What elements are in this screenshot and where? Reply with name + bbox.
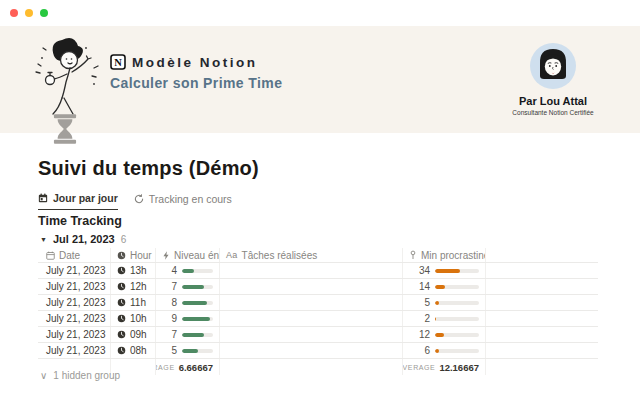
- text-property-icon: Aa: [226, 250, 238, 260]
- cell-procrastinated[interactable]: 34: [403, 263, 486, 278]
- cell-energy[interactable]: 7: [156, 279, 220, 294]
- cell-energy[interactable]: 8: [156, 295, 220, 310]
- triangle-toggle-icon[interactable]: ▼: [40, 236, 47, 243]
- column-header-energy[interactable]: Niveau énergie: [156, 248, 220, 262]
- cell-energy[interactable]: 4: [156, 263, 220, 278]
- column-header-tasks[interactable]: Aa Tâches réalisées: [220, 248, 403, 262]
- energy-bar: [182, 317, 213, 321]
- tab-jour-par-jour[interactable]: Jour par jour: [38, 192, 118, 210]
- table-row[interactable]: July 21, 2023 12h 7 14: [38, 279, 598, 295]
- cell-tasks[interactable]: [220, 311, 403, 326]
- cell-date[interactable]: July 21, 2023: [38, 327, 111, 342]
- calendar-view-icon: [38, 193, 48, 203]
- svg-text:N: N: [114, 57, 122, 68]
- table-row[interactable]: July 21, 2023 11h 8 5: [38, 295, 598, 311]
- cell-hour[interactable]: 09h: [111, 327, 156, 342]
- cell-hour[interactable]: 10h: [111, 311, 156, 326]
- group-label: Jul 21, 2023: [53, 233, 115, 245]
- cell-procrastinated[interactable]: 12: [403, 327, 486, 342]
- table-row[interactable]: July 21, 2023 13h 4 34: [38, 263, 598, 279]
- cell-tasks[interactable]: [220, 343, 403, 358]
- column-header-hour[interactable]: Hour: [111, 248, 156, 262]
- author-name: Par Lou Attal: [505, 95, 601, 107]
- table-row[interactable]: July 21, 2023 10h 9 2: [38, 311, 598, 327]
- cell-procrastinated[interactable]: 6: [403, 343, 486, 358]
- cell-hour[interactable]: 08h: [111, 343, 156, 358]
- time-tracking-table: Date Hour Niveau énergie Aa Tâches réali…: [38, 248, 598, 375]
- procrastinated-bar: [435, 317, 479, 321]
- cell-energy[interactable]: 9: [156, 311, 220, 326]
- brand-subtitle: Calculer son Prime Time: [110, 75, 282, 91]
- calendar-icon: [46, 251, 55, 260]
- brand-title: Modèle Notion: [132, 55, 258, 70]
- column-header-spacer: [486, 248, 598, 262]
- zoom-window-button[interactable]: [40, 9, 48, 17]
- cell-tasks[interactable]: [220, 327, 403, 342]
- hourglass-icon[interactable]: [50, 113, 80, 145]
- cell-hour[interactable]: 12h: [111, 279, 156, 294]
- cell-date[interactable]: July 21, 2023: [38, 343, 111, 358]
- table-footer-row: AVERAGE 6.66667 AVERAGE 12.16667: [38, 359, 598, 375]
- procrastinated-average[interactable]: AVERAGE 12.16667: [403, 359, 486, 375]
- cell-energy[interactable]: 5: [156, 343, 220, 358]
- window-titlebar: [0, 0, 640, 26]
- procrastinated-bar: [435, 301, 479, 305]
- cell-tasks[interactable]: [220, 263, 403, 278]
- column-header-procrastinated[interactable]: Min procrastinées: [403, 248, 486, 262]
- cell-tasks[interactable]: [220, 295, 403, 310]
- procrastinated-bar: [435, 269, 479, 273]
- energy-bar: [182, 301, 213, 305]
- page-banner: N Modèle Notion Calculer son Prime Time …: [0, 26, 640, 133]
- notion-logo-icon: N: [110, 54, 126, 70]
- slider-icon: [409, 250, 417, 260]
- column-header-date[interactable]: Date: [38, 248, 111, 262]
- cell-date[interactable]: July 21, 2023: [38, 279, 111, 294]
- cell-spacer: [486, 295, 598, 310]
- author-profile: Par Lou Attal Consultante Notion Certifi…: [505, 42, 601, 116]
- tab-label: Tracking en cours: [149, 193, 232, 205]
- procrastinated-bar: [435, 333, 479, 337]
- clock-icon: [117, 266, 126, 275]
- hidden-group-label: 1 hidden group: [53, 370, 120, 381]
- table-row[interactable]: July 21, 2023 08h 5 6: [38, 343, 598, 359]
- energy-average[interactable]: AVERAGE 6.66667: [156, 359, 220, 375]
- cell-energy[interactable]: 7: [156, 327, 220, 342]
- view-tabs: Jour par jour Tracking en cours: [38, 192, 232, 210]
- cell-date[interactable]: July 21, 2023: [38, 263, 111, 278]
- clock-icon: [117, 346, 126, 355]
- clock-icon: [117, 251, 126, 260]
- cell-date[interactable]: July 21, 2023: [38, 295, 111, 310]
- cell-procrastinated[interactable]: 14: [403, 279, 486, 294]
- doodle-illustration: [24, 34, 108, 124]
- procrastinated-bar: [435, 285, 479, 289]
- cell-hour[interactable]: 13h: [111, 263, 156, 278]
- author-role: Consultante Notion Certifiée: [505, 109, 601, 116]
- cell-date[interactable]: July 21, 2023: [38, 311, 111, 326]
- cell-tasks[interactable]: [220, 279, 403, 294]
- cell-spacer: [486, 343, 598, 358]
- energy-bar: [182, 285, 213, 289]
- group-toggle[interactable]: ▼ Jul 21, 2023 6: [40, 233, 126, 245]
- tab-tracking-en-cours[interactable]: Tracking en cours: [134, 192, 232, 210]
- table-header-row: Date Hour Niveau énergie Aa Tâches réali…: [38, 248, 598, 263]
- cell-hour[interactable]: 11h: [111, 295, 156, 310]
- clock-icon: [117, 282, 126, 291]
- hidden-group-toggle[interactable]: ∨ 1 hidden group: [40, 370, 120, 381]
- clock-icon: [117, 314, 126, 323]
- cell-spacer: [486, 279, 598, 294]
- energy-bar: [182, 333, 213, 337]
- brand-block: N Modèle Notion Calculer son Prime Time: [110, 54, 282, 91]
- cell-spacer: [486, 263, 598, 278]
- table-row[interactable]: July 21, 2023 09h 7 12: [38, 327, 598, 343]
- group-count: 6: [121, 234, 127, 245]
- cell-spacer: [486, 311, 598, 326]
- cell-procrastinated[interactable]: 5: [403, 295, 486, 310]
- section-title: Time Tracking: [38, 214, 122, 228]
- lightning-icon: [162, 251, 170, 260]
- woman-avatar: [529, 42, 577, 90]
- energy-bar: [182, 349, 213, 353]
- minimize-window-button[interactable]: [25, 9, 33, 17]
- cell-procrastinated[interactable]: 2: [403, 311, 486, 326]
- close-window-button[interactable]: [10, 9, 18, 17]
- page-title: Suivi du temps (Démo): [38, 157, 259, 180]
